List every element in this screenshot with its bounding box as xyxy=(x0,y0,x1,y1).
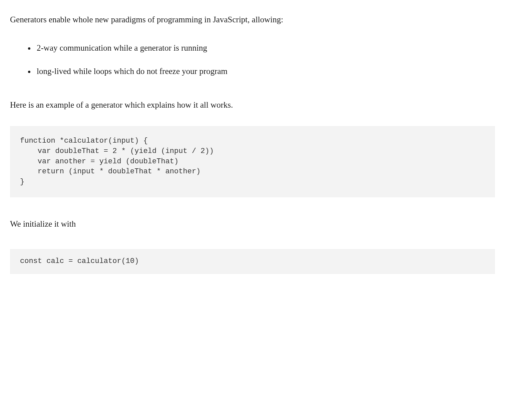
list-item: 2-way communication while a generator is… xyxy=(35,41,495,55)
code-block-initialize: const calc = calculator(10) xyxy=(10,249,495,274)
feature-list: 2-way communication while a generator is… xyxy=(10,41,495,79)
list-item: long-lived while loops which do not free… xyxy=(35,64,495,79)
example-intro-paragraph: Here is an example of a generator which … xyxy=(10,97,495,113)
initialize-paragraph: We initialize it with xyxy=(10,217,495,231)
intro-paragraph: Generators enable whole new paradigms of… xyxy=(10,12,495,28)
code-block-generator: function *calculator(input) { var double… xyxy=(10,126,495,197)
